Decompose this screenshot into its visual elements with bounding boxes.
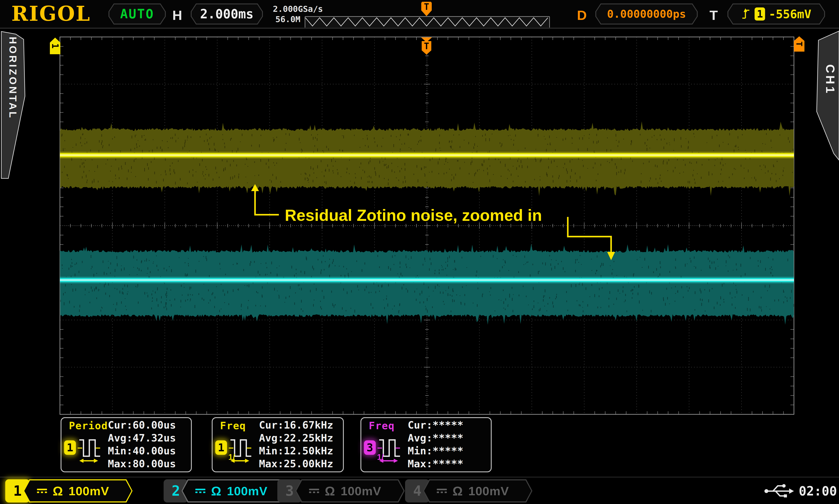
channel-2-status[interactable]: 2 Ω 100mV bbox=[164, 479, 291, 502]
delay-value: 0.00000000ps bbox=[607, 8, 686, 20]
clock: 02:00 bbox=[799, 484, 837, 499]
channel-4-status[interactable]: 4 Ω 100mV bbox=[405, 479, 532, 502]
measurement-avg: Avg:***** bbox=[408, 432, 463, 444]
volts-per-div: 100mV bbox=[227, 484, 268, 498]
impedance-label: Ω bbox=[325, 484, 335, 498]
timebase-value: 2.000ms bbox=[200, 6, 253, 21]
channel-1-status[interactable]: 1 Ω 100mV bbox=[5, 479, 132, 502]
horizontal-menu-tab[interactable]: HORIZONTAL bbox=[0, 31, 27, 181]
sample-rate: 2.000GSa/s bbox=[267, 4, 328, 14]
measurement-min: Min:40.00us bbox=[108, 445, 176, 457]
channel-status-bar: 1 Ω 100mV 2 Ω 100mV 3 Ω 100mV bbox=[0, 478, 839, 504]
top-status-bar: RIGOL AUTO H 2.000ms 2.000GSa/s 56.0M pt… bbox=[0, 0, 839, 28]
measurement-avg: Avg:22.25kHz bbox=[259, 432, 333, 444]
period-measure-icon bbox=[77, 432, 104, 465]
horizontal-tab-label: HORIZONTAL bbox=[7, 37, 19, 120]
dc-coupling-icon bbox=[37, 489, 47, 493]
measurement-box-freq-ch1[interactable]: Freq 1 1/ Cur:16.67kHz Avg:22.25kHz Min:… bbox=[212, 417, 344, 472]
acquisition-mode-button[interactable]: AUTO bbox=[108, 3, 166, 24]
trigger-position-pointer-icon[interactable]: T bbox=[421, 2, 432, 16]
ch1-tab-label: CH1 bbox=[823, 64, 837, 95]
measurement-source-badge: 1 bbox=[215, 440, 227, 455]
measurement-label: Period bbox=[69, 420, 108, 432]
dc-coupling-icon bbox=[437, 489, 447, 493]
measurement-values: Cur:***** Avg:***** Min:***** Max:***** bbox=[408, 419, 463, 470]
channel-3-status[interactable]: 3 Ω 100mV bbox=[277, 479, 405, 502]
impedance-label: Ω bbox=[452, 484, 463, 498]
measurement-label: Freq bbox=[369, 420, 395, 432]
dc-coupling-icon bbox=[195, 489, 206, 493]
impedance-label: Ω bbox=[53, 484, 63, 498]
trigger-level-marker-icon[interactable]: T bbox=[794, 36, 804, 52]
delay-label: D bbox=[577, 7, 587, 23]
measurement-source-badge: 1 bbox=[64, 440, 76, 455]
topbar-divider bbox=[0, 28, 839, 29]
ch1-menu-tab[interactable]: CH1 bbox=[813, 29, 839, 169]
measurement-box-period-ch1[interactable]: Period 1 Cur:60.00us Avg:47.32us Min:40.… bbox=[60, 417, 192, 472]
measurement-cur: Cur:16.67kHz bbox=[259, 419, 333, 431]
channel-2-settings-box: Ω 100mV bbox=[181, 479, 291, 502]
measurement-avg: Avg:47.32us bbox=[108, 432, 176, 444]
dc-coupling-icon bbox=[309, 489, 319, 493]
channel-1-settings-box: Ω 100mV bbox=[23, 479, 132, 502]
rigol-logo: RIGOL bbox=[11, 2, 91, 25]
oscilloscope-screen: RIGOL AUTO H 2.000ms 2.000GSa/s 56.0M pt… bbox=[0, 0, 839, 504]
waveform-overview-strip[interactable] bbox=[305, 16, 550, 29]
freq-measure-icon: 1/ bbox=[377, 432, 404, 465]
measurement-box-freq-ch3[interactable]: Freq 3 1/ Cur:***** Avg:***** Min:***** … bbox=[360, 417, 492, 472]
impedance-label: Ω bbox=[211, 484, 221, 498]
measurement-max: Max:80.00us bbox=[108, 458, 176, 470]
annotation-text: Residual Zotino noise, zoomed in bbox=[285, 206, 542, 224]
svg-text:1/: 1/ bbox=[377, 453, 383, 462]
svg-text:1/: 1/ bbox=[228, 453, 235, 462]
channel-4-settings-box: Ω 100mV bbox=[423, 479, 532, 502]
measurement-values: Cur:60.00us Avg:47.32us Min:40.00us Max:… bbox=[108, 419, 176, 470]
trigger-settings-button[interactable]: 1 -556mV bbox=[728, 3, 825, 24]
timebase-button[interactable]: 2.000ms bbox=[191, 3, 263, 24]
overview-waveform-icon bbox=[305, 17, 548, 27]
measurement-values: Cur:16.67kHz Avg:22.25kHz Min:12.50kHz M… bbox=[259, 419, 333, 470]
delay-value-button[interactable]: 0.00000000ps bbox=[595, 3, 698, 24]
acquisition-mode-label: AUTO bbox=[120, 6, 154, 21]
trigger-source-badge: 1 bbox=[754, 7, 765, 21]
measurement-cur: Cur:60.00us bbox=[108, 419, 176, 431]
trigger-level-value: -556mV bbox=[769, 7, 811, 21]
graticule-display bbox=[60, 37, 794, 414]
measurement-max: Max:25.00kHz bbox=[259, 458, 333, 470]
volts-per-div: 100mV bbox=[341, 484, 381, 498]
measurement-min: Min:12.50kHz bbox=[259, 445, 333, 457]
horizontal-scale-label: H bbox=[172, 7, 182, 23]
measurement-max: Max:***** bbox=[408, 458, 463, 470]
measurement-source-badge: 3 bbox=[364, 440, 376, 455]
volts-per-div: 100mV bbox=[468, 484, 509, 498]
freq-measure-icon: 1/ bbox=[228, 432, 255, 465]
usb-icon bbox=[763, 482, 796, 500]
trigger-label: T bbox=[710, 7, 718, 23]
ch1-position-marker-icon[interactable]: 1 bbox=[50, 38, 60, 54]
measurement-cur: Cur:***** bbox=[408, 419, 463, 431]
chbar-divider bbox=[0, 477, 839, 478]
measurement-label: Freq bbox=[220, 420, 246, 432]
channel-3-settings-box: Ω 100mV bbox=[295, 479, 405, 502]
rising-edge-trigger-icon bbox=[741, 7, 751, 21]
volts-per-div: 100mV bbox=[69, 484, 109, 498]
measurement-min: Min:***** bbox=[408, 445, 463, 457]
